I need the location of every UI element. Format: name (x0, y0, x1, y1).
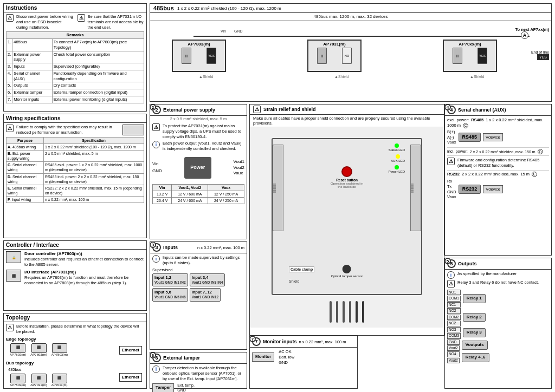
vout2-label: Vout2 (234, 165, 244, 171)
power-led-text: Power LED (389, 170, 405, 173)
input-group-4: Input 7..12 Vout1 GND IN12 (190, 288, 221, 301)
ext-power-info: Each power output (Vout1, Vout2 and Vaux… (163, 141, 244, 152)
batt-low-pin: Batt. low (279, 355, 294, 360)
wiring-row-c-spec: RS485 excl. power: 1 x 2 x 0.22 mm² shie… (43, 162, 144, 173)
input-group-3: Input 5,6 Vout1 GND IN5 IN6 (152, 288, 188, 301)
door-controller-desc: Includes controller and requires an ethe… (24, 257, 144, 267)
topo-bus-label-1: AP7803(m) (10, 383, 26, 388)
row2-num: 2. (7, 51, 12, 63)
row2-vout: 24 V / 600 mA (172, 197, 208, 204)
reset-desc: Operation explained in the backside (328, 182, 366, 188)
row1-vaux: 12 V / 250 mA (208, 191, 244, 197)
row2-remark: Check total power consumption (52, 51, 144, 63)
pin-gnd-rs232: GND (447, 190, 456, 195)
edge-topology-label: Edge topology (6, 337, 144, 342)
aux-led-dot (396, 154, 400, 159)
status-led-label: Status LED (389, 143, 405, 152)
gnd-label-1: GND (234, 29, 243, 33)
wiring-warn: Failure to comply with the specification… (16, 125, 119, 135)
serial-warn: Firmware and configuration determine RS4… (457, 158, 549, 168)
badge-num-6: 6 (150, 352, 156, 358)
badge-a: A (521, 31, 528, 39)
wiring-row-a-spec: 1 x 2 x 0.22 mm² shielded (100 - 120 Ω),… (43, 144, 144, 151)
topology-warn: Before installation, please determine in… (16, 324, 144, 335)
inputs-info: Inputs can be made supervised by setting… (163, 255, 244, 266)
inputs-info-icon: i (152, 255, 160, 263)
bus485-max-label: 485bus max. 1200 m, max. 32 devices (150, 13, 551, 21)
outputs-info-icon: i (447, 271, 455, 279)
optical-tamper-area: Optical tamper sensor (331, 265, 363, 278)
wiring-specs-section: Wiring specifications ⚠ Failure to compl… (3, 114, 147, 238)
strain-info: Make sure all cables have a proper shiel… (250, 115, 444, 127)
outputs-warn-icon: ⚠ (447, 280, 455, 288)
status-led-text: Status LED (389, 148, 405, 152)
col-spec: Specification (43, 138, 144, 144)
center-diagram-section: ⚠ Strain relief and shield Make sure all… (249, 104, 444, 336)
row1-num: 1. (7, 39, 12, 51)
instructions-title: Instructions (4, 4, 146, 12)
bottom-cables (272, 298, 422, 325)
topo-bus-icon-1: ⬛ (10, 374, 25, 383)
ext-tamper-info-icon: i (152, 365, 160, 373)
rs485-label-1: RS485 (471, 117, 483, 122)
shield-label-3: ▲Shield (470, 75, 484, 79)
device-ap7803: AP7803(m) ||| YES (172, 40, 226, 72)
topo-bus-icon-2: ⬛ (31, 374, 47, 383)
edge-ethernet-label: Ethernet (119, 346, 142, 355)
wiring-warn-icon: ⚠ (6, 125, 14, 132)
row5-item: Outputs (12, 82, 52, 89)
row6-remark: External tamper connection (digital inpu… (52, 89, 144, 96)
wiring-row-d-purpose: D. Serial channel wiring (7, 173, 44, 185)
wiring-row-c-purpose: C. Serial channel wiring (7, 162, 44, 173)
relay2-nc: NC2 (447, 321, 461, 326)
power-box: Power (184, 157, 211, 179)
relay2-com: COM2 (447, 315, 461, 320)
wiring-row-e-purpose: E. Serial channel wiring (7, 185, 44, 196)
voutputs-row: GND Vout2 Voutputs (447, 339, 549, 351)
ext-power-warn: To protect the AP7031(m) against mains s… (163, 123, 244, 139)
rs232-spec: 2 x 2 x 0.22 mm² shielded, max. 15 m (462, 172, 530, 177)
strain-title: Strain relief and shield (263, 107, 316, 112)
ext-tamper-section: 6 External tamper i Tamper detection is … (150, 352, 247, 389)
relay1-nc: NC1 (447, 302, 461, 308)
door-controller-icon: 🔒 (6, 251, 21, 263)
input34-label: Input 3,4 (192, 275, 223, 280)
io-interface-desc: Requires an AP7803(m) to function and mu… (24, 275, 144, 286)
badge-e: E (532, 172, 537, 177)
outputs-warn: Relay 3 and Relay 6 do not have NC conta… (457, 280, 539, 285)
reset-button-area: Reset button Operation explained in the … (328, 166, 366, 188)
voutputs-label: Voutputs (462, 341, 488, 349)
badge-num-2: 2 (150, 104, 156, 110)
topo-bus-device2: ⬛ AP7031(m) (30, 374, 47, 388)
topo-edge-device1: ⬛ AP7803(m) (10, 343, 26, 357)
status-led-dot (395, 143, 399, 148)
rs232-label: RS232 (447, 172, 460, 177)
topo-label-3: AP7803(m) (51, 353, 68, 357)
input12-pins: Vout1 GND IN1 IN2 (154, 280, 186, 285)
relay1-com: COM1 (447, 296, 461, 301)
relay46-label: Relay 4..6 (462, 353, 489, 362)
power-led-dot (395, 165, 399, 169)
topo-edge-device3: ⬛ AP7803(m) (51, 343, 68, 357)
instructions-warn1: Disconnect power before wiring and use a… (16, 14, 74, 30)
relay3-com: COM3 (447, 333, 461, 338)
wiring-diagram-icon (122, 125, 144, 135)
wiring-row-a-purpose: A. 485bus wiring (7, 144, 44, 151)
topo-label-1: AP7803(m) (10, 353, 26, 357)
row4-item: Serial channel (AUX) (12, 70, 52, 82)
ac-ok-pin: AC OK (279, 349, 294, 355)
controller-section: Controller / Interface 🔒 Door controller… (3, 240, 147, 311)
monitor-subtitle: n x 0.22 mm², max. 100 m (299, 339, 346, 344)
yes-label: YES (537, 54, 549, 60)
cable-clamp-label: Cable clamp (289, 266, 314, 272)
left-terminal-labels: ||||||||||||| (273, 145, 276, 231)
bus485-title: 485bus (153, 5, 174, 11)
end-of-line-label: End of line YES (531, 50, 549, 60)
power-label: Power (190, 165, 205, 171)
ext-power-warn-icon: ⚠ (152, 123, 160, 131)
rs232-device-btn: RS232 (459, 185, 481, 194)
topo-label-2: AP7803(m) (30, 353, 47, 357)
right-terminals: ||||||||||||| (410, 145, 421, 231)
vdevice-btn-1: Vdevice (483, 133, 503, 142)
vin-table: Vin Vout1, Vout2 Vaux 13.2 V 12 V / 600 … (152, 184, 244, 204)
